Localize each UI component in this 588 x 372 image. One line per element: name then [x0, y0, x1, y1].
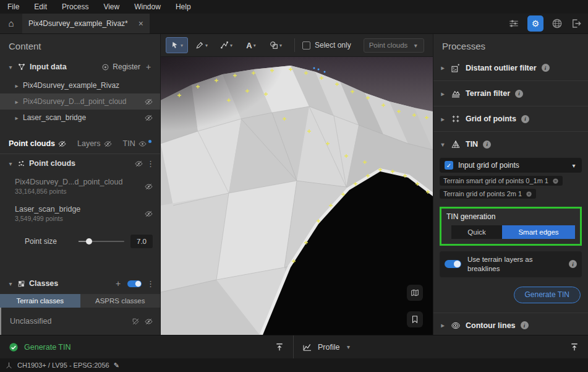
visibility-off-icon[interactable]	[135, 160, 143, 168]
menu-process[interactable]: Process	[54, 0, 96, 14]
tab-layers[interactable]: Layers	[77, 139, 112, 148]
slider-handle[interactable]	[86, 238, 92, 244]
menu-view[interactable]: View	[96, 0, 127, 14]
visibility-off-icon[interactable]	[104, 140, 112, 148]
input-chip[interactable]: Terrain grid of points 2m 1	[440, 189, 536, 199]
content-panel-title: Content	[0, 34, 160, 55]
visibility-off-icon[interactable]	[145, 183, 153, 191]
annotation-tool-button[interactable]: ▾	[240, 37, 262, 53]
chevron-down-icon	[440, 141, 446, 148]
breaklines-toggle[interactable]	[445, 260, 461, 268]
viewport-float-buttons	[407, 285, 423, 327]
classes-header[interactable]: Classes	[0, 275, 160, 292]
grid-of-points-icon	[451, 114, 461, 124]
select-only-control[interactable]: Select only	[302, 41, 351, 50]
add-class-button[interactable]	[114, 279, 122, 288]
more-options-icon[interactable]	[147, 279, 153, 288]
processing-options-icon[interactable]	[508, 18, 519, 29]
tab-terrain-classes[interactable]: Terrain classes	[0, 294, 80, 308]
bookmark-button[interactable]	[407, 311, 423, 327]
map-icon	[411, 288, 419, 297]
collapse-panel-icon[interactable]	[569, 342, 579, 352]
info-icon[interactable]	[569, 260, 577, 268]
info-icon[interactable]	[483, 141, 491, 149]
selection-type-dropdown[interactable]: Point clouds	[364, 38, 425, 53]
visibility-off-icon[interactable]	[145, 98, 153, 106]
tab-point-clouds[interactable]: Point clouds	[9, 139, 66, 148]
project-tab[interactable]: Pix4Dsurvey_example_Rivaz*	[22, 14, 150, 33]
selection-type-value: Point clouds	[369, 41, 408, 49]
tab-tin[interactable]: TIN	[123, 139, 151, 148]
point-cloud-item[interactable]: Pix4Dsurvey_D...d_point_cloud 33,164,856…	[0, 173, 160, 200]
remove-chip-icon[interactable]	[526, 191, 532, 197]
tin-input-select[interactable]: Input grid of points	[440, 158, 582, 173]
edit-crs-icon[interactable]	[114, 361, 119, 370]
3d-canvas[interactable]	[161, 57, 433, 335]
map-view-button[interactable]	[407, 285, 423, 301]
globe-icon[interactable]	[552, 18, 563, 29]
point-size-value[interactable]: 7.0	[130, 235, 153, 248]
point-size-slider[interactable]	[79, 241, 124, 242]
visibility-off-icon[interactable]	[145, 318, 153, 326]
point-clouds-header[interactable]: Point clouds	[0, 154, 160, 173]
chevron-right-icon	[440, 116, 446, 123]
select-only-checkbox[interactable]	[302, 41, 310, 50]
chevron-down-icon[interactable]	[345, 344, 351, 350]
chip-label: Terrain grid of points 2m 1	[443, 190, 522, 197]
tab-title: Pix4Dsurvey_example_Rivaz*	[28, 19, 134, 28]
menu-help[interactable]: Help	[168, 0, 198, 14]
tabbar-actions	[508, 14, 588, 33]
menu-window[interactable]: Window	[127, 0, 168, 14]
more-options-icon[interactable]	[147, 159, 153, 168]
point-cloud-item[interactable]: Laser_scan_bridge 3,549,499 points	[0, 200, 160, 227]
process-contour-lines[interactable]: Contour lines	[433, 313, 588, 335]
add-input-data-button[interactable]	[144, 62, 153, 72]
tree-item-point-cloud[interactable]: Pix4Dsurvey_D...d_point_cloud	[0, 93, 160, 110]
process-tin[interactable]: TIN	[433, 131, 588, 157]
home-icon	[8, 18, 14, 29]
chevron-down-icon	[571, 162, 577, 169]
visibility-off-icon[interactable]	[145, 114, 153, 122]
input-chip[interactable]: Terrain smart grid of points 0_1m 1	[440, 176, 563, 186]
tree-item-project[interactable]: Pix4Dsurvey_example_Rivaz	[0, 77, 160, 93]
remove-chip-icon[interactable]	[552, 178, 559, 184]
quick-mode-button[interactable]: Quick	[451, 225, 502, 239]
classes-toggle[interactable]	[127, 280, 142, 287]
visibility-off-icon[interactable]	[145, 210, 153, 218]
select-tool-button[interactable]: ▾	[166, 37, 188, 53]
menu-file[interactable]: File	[0, 0, 27, 14]
tab-asprs-classes[interactable]: ASPRS classes	[80, 294, 161, 308]
info-icon[interactable]	[515, 90, 523, 98]
generate-tin-status-label[interactable]: Generate TIN	[24, 343, 71, 352]
visibility-off-icon[interactable]	[58, 140, 66, 148]
info-icon[interactable]	[542, 64, 550, 72]
shapes-tool-button[interactable]: ▾	[265, 37, 287, 53]
profile-label[interactable]: Profile	[318, 343, 339, 352]
process-terrain-filter[interactable]: Terrain filter	[433, 80, 588, 106]
info-icon[interactable]	[521, 321, 529, 329]
visibility-icon[interactable]	[138, 140, 147, 148]
tag-off-icon[interactable]	[132, 318, 140, 326]
point-size-label: Point size	[25, 237, 57, 246]
logout-icon[interactable]	[571, 18, 582, 29]
input-grid-checkbox[interactable]	[445, 161, 453, 170]
collapse-panel-icon[interactable]	[275, 342, 284, 352]
info-icon[interactable]	[521, 115, 529, 123]
chevron-down-icon: ▾	[181, 43, 183, 48]
tree-item-laser-scan[interactable]: Laser_scan_bridge	[0, 110, 160, 126]
generate-tin-button[interactable]: Generate TIN	[514, 287, 581, 303]
class-item-unclassified[interactable]: Unclassified	[0, 308, 160, 335]
smart-edges-mode-button[interactable]: Smart edges	[502, 225, 575, 239]
content-panel: Content Input data Register Pix4Dsurvey_…	[0, 34, 161, 335]
menu-edit[interactable]: Edit	[27, 0, 54, 14]
tab-close-icon[interactable]	[138, 19, 143, 28]
home-button[interactable]	[0, 14, 22, 33]
process-grid-of-points[interactable]: Grid of points	[433, 106, 588, 131]
process-distant-outlier-filter[interactable]: Distant outlier filter	[433, 55, 588, 80]
polyline-tool-button[interactable]: ▾	[215, 37, 237, 53]
settings-button[interactable]	[527, 15, 543, 32]
point-clouds-title: Point clouds	[29, 159, 75, 168]
input-data-header[interactable]: Input data Register	[0, 59, 160, 75]
picker-tool-button[interactable]: ▾	[190, 37, 213, 53]
register-button[interactable]: Register	[101, 63, 140, 71]
